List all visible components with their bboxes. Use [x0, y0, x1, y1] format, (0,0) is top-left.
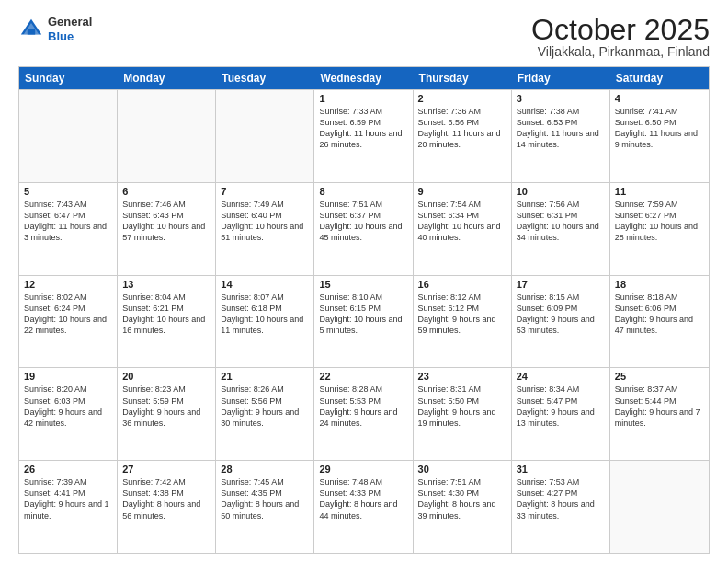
- calendar-row: 12Sunrise: 8:02 AM Sunset: 6:24 PM Dayli…: [19, 275, 709, 368]
- calendar-empty-cell: [610, 461, 709, 553]
- day-number: 2: [418, 93, 506, 104]
- logo: General Blue: [18, 15, 92, 43]
- calendar-day-31: 31Sunrise: 7:53 AM Sunset: 4:27 PM Dayli…: [512, 461, 610, 553]
- day-info: Sunrise: 8:04 AM Sunset: 6:21 PM Dayligh…: [122, 292, 210, 337]
- day-info: Sunrise: 7:45 AM Sunset: 4:35 PM Dayligh…: [221, 477, 309, 522]
- calendar-row: 19Sunrise: 8:20 AM Sunset: 6:03 PM Dayli…: [19, 367, 709, 460]
- calendar-row: 1Sunrise: 7:33 AM Sunset: 6:59 PM Daylig…: [19, 89, 709, 182]
- day-number: 29: [319, 464, 407, 475]
- day-number: 13: [122, 279, 210, 290]
- weekday-header: Sunday: [19, 67, 118, 89]
- calendar-row: 26Sunrise: 7:39 AM Sunset: 4:41 PM Dayli…: [19, 460, 709, 553]
- calendar-day-9: 9Sunrise: 7:54 AM Sunset: 6:34 PM Daylig…: [414, 183, 512, 275]
- day-info: Sunrise: 8:26 AM Sunset: 5:56 PM Dayligh…: [221, 384, 309, 429]
- day-number: 10: [517, 186, 605, 197]
- calendar-day-17: 17Sunrise: 8:15 AM Sunset: 6:09 PM Dayli…: [512, 276, 610, 368]
- weekday-header: Saturday: [610, 67, 709, 89]
- weekday-header: Thursday: [414, 67, 512, 89]
- calendar-day-21: 21Sunrise: 8:26 AM Sunset: 5:56 PM Dayli…: [216, 368, 314, 460]
- calendar-day-24: 24Sunrise: 8:34 AM Sunset: 5:47 PM Dayli…: [512, 368, 610, 460]
- logo-blue: Blue: [48, 29, 92, 44]
- day-number: 8: [319, 186, 407, 197]
- calendar-day-12: 12Sunrise: 8:02 AM Sunset: 6:24 PM Dayli…: [19, 276, 118, 368]
- logo-text: General Blue: [48, 15, 92, 43]
- weekday-header: Monday: [118, 67, 216, 89]
- day-info: Sunrise: 8:20 AM Sunset: 6:03 PM Dayligh…: [24, 384, 112, 429]
- calendar-header: SundayMondayTuesdayWednesdayThursdayFrid…: [19, 67, 709, 89]
- calendar-day-11: 11Sunrise: 7:59 AM Sunset: 6:27 PM Dayli…: [610, 183, 709, 275]
- calendar-day-15: 15Sunrise: 8:10 AM Sunset: 6:15 PM Dayli…: [314, 276, 413, 368]
- calendar-day-14: 14Sunrise: 8:07 AM Sunset: 6:18 PM Dayli…: [216, 276, 314, 368]
- calendar-body: 1Sunrise: 7:33 AM Sunset: 6:59 PM Daylig…: [19, 89, 709, 553]
- day-number: 12: [24, 279, 112, 290]
- day-info: Sunrise: 7:51 AM Sunset: 4:30 PM Dayligh…: [418, 477, 506, 522]
- calendar-empty-cell: [118, 90, 216, 182]
- day-info: Sunrise: 7:46 AM Sunset: 6:43 PM Dayligh…: [122, 199, 210, 244]
- day-number: 11: [615, 186, 704, 197]
- day-info: Sunrise: 7:33 AM Sunset: 6:59 PM Dayligh…: [319, 106, 407, 151]
- day-info: Sunrise: 7:42 AM Sunset: 4:38 PM Dayligh…: [122, 477, 210, 522]
- weekday-header: Wednesday: [314, 67, 413, 89]
- title-block: October 2025 Viljakkala, Pirkanmaa, Finl…: [531, 15, 710, 59]
- calendar-day-25: 25Sunrise: 8:37 AM Sunset: 5:44 PM Dayli…: [610, 368, 709, 460]
- calendar-day-6: 6Sunrise: 7:46 AM Sunset: 6:43 PM Daylig…: [118, 183, 216, 275]
- day-info: Sunrise: 8:31 AM Sunset: 5:50 PM Dayligh…: [418, 384, 506, 429]
- calendar-day-22: 22Sunrise: 8:28 AM Sunset: 5:53 PM Dayli…: [314, 368, 413, 460]
- day-info: Sunrise: 8:15 AM Sunset: 6:09 PM Dayligh…: [517, 292, 605, 337]
- day-info: Sunrise: 8:18 AM Sunset: 6:06 PM Dayligh…: [615, 292, 704, 337]
- calendar-day-5: 5Sunrise: 7:43 AM Sunset: 6:47 PM Daylig…: [19, 183, 118, 275]
- calendar-day-27: 27Sunrise: 7:42 AM Sunset: 4:38 PM Dayli…: [118, 461, 216, 553]
- day-number: 17: [517, 279, 605, 290]
- day-number: 19: [24, 371, 112, 382]
- calendar-day-8: 8Sunrise: 7:51 AM Sunset: 6:37 PM Daylig…: [314, 183, 413, 275]
- day-info: Sunrise: 8:34 AM Sunset: 5:47 PM Dayligh…: [517, 384, 605, 429]
- day-number: 4: [615, 93, 704, 104]
- calendar-day-26: 26Sunrise: 7:39 AM Sunset: 4:41 PM Dayli…: [19, 461, 118, 553]
- day-number: 27: [122, 464, 210, 475]
- day-number: 20: [122, 371, 210, 382]
- day-number: 21: [221, 371, 309, 382]
- day-number: 7: [221, 186, 309, 197]
- calendar: SundayMondayTuesdayWednesdayThursdayFrid…: [18, 66, 710, 554]
- location: Viljakkala, Pirkanmaa, Finland: [531, 44, 710, 59]
- day-info: Sunrise: 8:12 AM Sunset: 6:12 PM Dayligh…: [418, 292, 506, 337]
- day-number: 23: [418, 371, 506, 382]
- day-number: 5: [24, 186, 112, 197]
- day-number: 18: [615, 279, 704, 290]
- day-info: Sunrise: 7:48 AM Sunset: 4:33 PM Dayligh…: [319, 477, 407, 522]
- day-info: Sunrise: 8:10 AM Sunset: 6:15 PM Dayligh…: [319, 292, 407, 337]
- day-number: 22: [319, 371, 407, 382]
- weekday-header: Tuesday: [216, 67, 314, 89]
- day-info: Sunrise: 7:59 AM Sunset: 6:27 PM Dayligh…: [615, 199, 704, 244]
- day-number: 31: [517, 464, 605, 475]
- day-info: Sunrise: 7:36 AM Sunset: 6:56 PM Dayligh…: [418, 106, 506, 151]
- calendar-day-1: 1Sunrise: 7:33 AM Sunset: 6:59 PM Daylig…: [314, 90, 413, 182]
- logo-icon: [18, 17, 44, 42]
- day-info: Sunrise: 7:38 AM Sunset: 6:53 PM Dayligh…: [517, 106, 605, 151]
- weekday-header: Friday: [512, 67, 610, 89]
- calendar-day-18: 18Sunrise: 8:18 AM Sunset: 6:06 PM Dayli…: [610, 276, 709, 368]
- day-info: Sunrise: 7:43 AM Sunset: 6:47 PM Dayligh…: [24, 199, 112, 244]
- day-number: 6: [122, 186, 210, 197]
- day-number: 26: [24, 464, 112, 475]
- calendar-day-29: 29Sunrise: 7:48 AM Sunset: 4:33 PM Dayli…: [314, 461, 413, 553]
- day-info: Sunrise: 7:53 AM Sunset: 4:27 PM Dayligh…: [517, 477, 605, 522]
- day-info: Sunrise: 7:54 AM Sunset: 6:34 PM Dayligh…: [418, 199, 506, 244]
- day-info: Sunrise: 7:41 AM Sunset: 6:50 PM Dayligh…: [615, 106, 704, 151]
- day-number: 15: [319, 279, 407, 290]
- calendar-day-16: 16Sunrise: 8:12 AM Sunset: 6:12 PM Dayli…: [414, 276, 512, 368]
- day-info: Sunrise: 7:39 AM Sunset: 4:41 PM Dayligh…: [24, 477, 112, 522]
- day-number: 9: [418, 186, 506, 197]
- day-number: 1: [319, 93, 407, 104]
- day-number: 16: [418, 279, 506, 290]
- day-number: 25: [615, 371, 704, 382]
- calendar-empty-cell: [19, 90, 118, 182]
- day-number: 3: [517, 93, 605, 104]
- calendar-empty-cell: [216, 90, 314, 182]
- calendar-day-4: 4Sunrise: 7:41 AM Sunset: 6:50 PM Daylig…: [610, 90, 709, 182]
- day-info: Sunrise: 7:49 AM Sunset: 6:40 PM Dayligh…: [221, 199, 309, 244]
- calendar-day-23: 23Sunrise: 8:31 AM Sunset: 5:50 PM Dayli…: [414, 368, 512, 460]
- logo-general: General: [48, 15, 92, 29]
- day-info: Sunrise: 8:37 AM Sunset: 5:44 PM Dayligh…: [615, 384, 704, 429]
- calendar-day-20: 20Sunrise: 8:23 AM Sunset: 5:59 PM Dayli…: [118, 368, 216, 460]
